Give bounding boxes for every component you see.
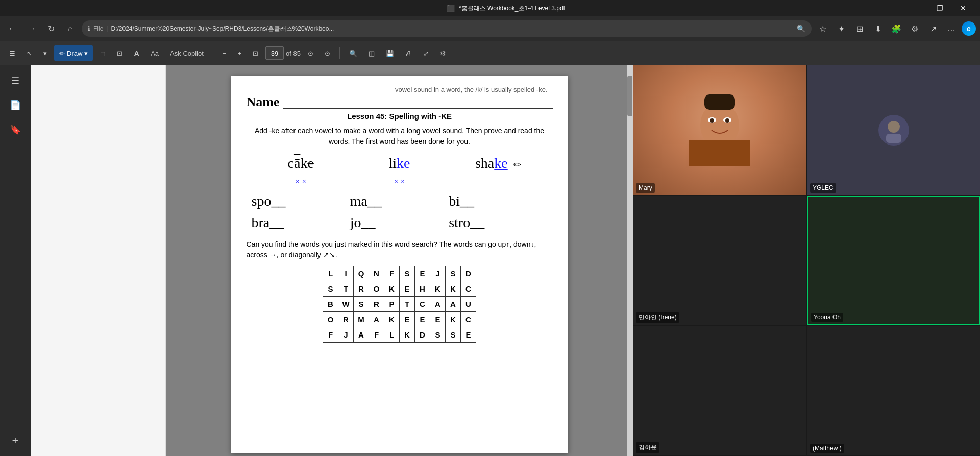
sidebar-annotations-button[interactable]: 📄 — [4, 94, 27, 116]
ws-cell: A — [354, 327, 369, 343]
ws-cell: J — [338, 327, 354, 343]
svg-rect-8 — [886, 134, 901, 143]
word-like: like × × — [350, 155, 449, 188]
ws-row: BWSRPTCAAU — [323, 297, 476, 312]
pdf-sidebar: ☰ 📄 🔖 + — [0, 65, 31, 456]
snapshot-button[interactable]: ◫ — [364, 45, 379, 61]
mary-face-svg — [689, 94, 750, 166]
minimize-button[interactable]: — — [904, 0, 928, 16]
video-cell-mary: Mary — [633, 65, 806, 195]
sidebar-toggle-button[interactable]: ☰ — [5, 45, 19, 61]
ws-cell: S — [323, 281, 338, 297]
prev-page-button[interactable]: ⊙ — [304, 45, 317, 61]
svg-point-4 — [725, 118, 729, 123]
yglec-avatar — [878, 115, 909, 146]
video-cell-matthew: (Matthew ) — [807, 326, 980, 455]
ask-copilot-button[interactable]: Ask Copilot — [166, 45, 208, 61]
browser-settings-icon[interactable]: ⚙ — [906, 20, 923, 37]
ws-cell: S — [354, 297, 369, 312]
pdf-scrollbar[interactable] — [627, 65, 633, 456]
ws-cell: D — [415, 327, 430, 343]
collections-icon[interactable]: ✦ — [833, 20, 849, 37]
ws-cell: P — [384, 297, 400, 312]
eraser-button[interactable]: ◻ — [96, 45, 110, 61]
page-total: of 85 — [286, 50, 301, 57]
ws-cell: D — [461, 266, 476, 281]
like-handwriting: ke — [397, 155, 410, 171]
pdf-page: vowel sound in a word, the /k/ is usuall… — [231, 76, 568, 453]
ws-cell: O — [323, 312, 338, 327]
more-icon[interactable]: … — [943, 20, 960, 37]
text-size-button[interactable]: A — [130, 45, 143, 61]
sidebar-bookmarks-button[interactable]: 🔖 — [4, 118, 27, 141]
expand-button[interactable]: ⤢ — [419, 45, 433, 61]
save-button[interactable]: 💾 — [382, 45, 398, 61]
draw-label: Draw — [67, 50, 82, 57]
refresh-button[interactable]: ↻ — [43, 20, 59, 37]
downloads-icon[interactable]: ⬇ — [870, 20, 886, 37]
maximize-button[interactable]: ❐ — [928, 0, 951, 16]
word-search-table: LIQNFSEJSDSTROKEHKKCBWSRPTCAAUORMAKEEEKC… — [323, 266, 476, 343]
word-stroke: stro__ — [449, 214, 547, 231]
search-icon: 🔍 — [797, 25, 805, 33]
word-search-instruction: Can you find the words you just marked i… — [247, 239, 553, 260]
title-bar-buttons[interactable]: — ❐ ✕ — [904, 0, 975, 16]
full-page-button[interactable]: ⊡ — [249, 45, 262, 61]
cursor-button[interactable]: ↖ — [22, 45, 36, 61]
draw-chevron-icon: ▾ — [84, 50, 88, 57]
text-format-button[interactable]: Aa — [146, 45, 163, 61]
left-panel — [31, 65, 166, 456]
zoom-in-button[interactable]: + — [233, 45, 246, 61]
title-bar: ⬛ *홈클래스 Workbook_초1-4 Level 3.pdf — ❐ ✕ — [0, 0, 980, 16]
video-cell-hayoon: 김하윤 — [633, 326, 806, 455]
ws-cell: E — [430, 312, 446, 327]
sidebar-thumbnails-button[interactable]: ☰ — [4, 69, 27, 92]
home-button[interactable]: ⌂ — [62, 20, 79, 37]
scrollbar-thumb[interactable] — [627, 76, 632, 116]
ws-cell: E — [400, 312, 415, 327]
split-icon[interactable]: ⊞ — [851, 20, 868, 37]
word-joke: jo__ — [350, 214, 449, 231]
ws-cell: C — [461, 312, 476, 327]
fit-page-button[interactable]: ⊡ — [113, 45, 127, 61]
svg-point-7 — [888, 121, 900, 133]
browser-toolbar-icons: ☆ ✦ ⊞ ⬇ 🧩 ⚙ ↗ … e — [815, 20, 976, 37]
word-search-container: LIQNFSEJSDSTROKEHKKCBWSRPTCAAUORMAKEEEKC… — [247, 266, 553, 343]
window-title: *홈클래스 Workbook_초1-4 Level 3.pdf — [459, 4, 565, 13]
matthew-label: (Matthew ) — [810, 444, 844, 453]
like-marking: × × — [394, 177, 405, 186]
ws-cell: K — [430, 281, 446, 297]
cursor-dropdown[interactable]: ▾ — [39, 45, 51, 61]
ws-cell: S — [400, 266, 415, 281]
print-button[interactable]: 🖨 — [401, 45, 416, 61]
search-pdf-button[interactable]: 🔍 — [345, 45, 361, 61]
ws-cell: O — [369, 281, 384, 297]
back-button[interactable]: ← — [4, 20, 20, 37]
sidebar-add-button[interactable]: + — [4, 429, 27, 452]
next-page-button[interactable]: ⊙ — [321, 45, 334, 61]
ws-cell: S — [446, 266, 461, 281]
pencil-icon: ✏ — [513, 160, 521, 170]
pdf-settings-button[interactable]: ⚙ — [436, 45, 450, 61]
extensions-icon[interactable]: 🧩 — [888, 20, 904, 37]
pdf-icon: ⬛ — [447, 5, 455, 12]
mary-label: Mary — [636, 183, 655, 193]
ws-cell: K — [384, 281, 400, 297]
video-panel: Mary YGLEC 민아인 (Irene) Yoona Oh 김하윤 — [633, 65, 980, 456]
top-note-text: vowel sound in a word, the /k/ is usuall… — [395, 86, 547, 93]
video-cell-yglec: YGLEC — [807, 65, 980, 195]
ws-row: LIQNFSEJSD — [323, 266, 476, 281]
forward-button[interactable]: → — [23, 20, 40, 37]
draw-button[interactable]: ✏ Draw ▾ — [54, 45, 93, 61]
close-button[interactable]: ✕ — [951, 0, 975, 16]
address-bar[interactable]: ℹ File | D:/2024/Summer%20Semester-July~… — [82, 20, 812, 37]
favorites-icon[interactable]: ☆ — [815, 20, 831, 37]
share-icon[interactable]: ↗ — [925, 20, 941, 37]
ws-cell: E — [400, 281, 415, 297]
ws-row: STROKEHKKC — [323, 281, 476, 297]
page-number-input[interactable] — [265, 46, 284, 60]
ws-cell: T — [338, 281, 354, 297]
ws-cell: B — [323, 297, 338, 312]
zoom-out-button[interactable]: − — [218, 45, 231, 61]
word-bike: bi__ — [449, 193, 547, 209]
